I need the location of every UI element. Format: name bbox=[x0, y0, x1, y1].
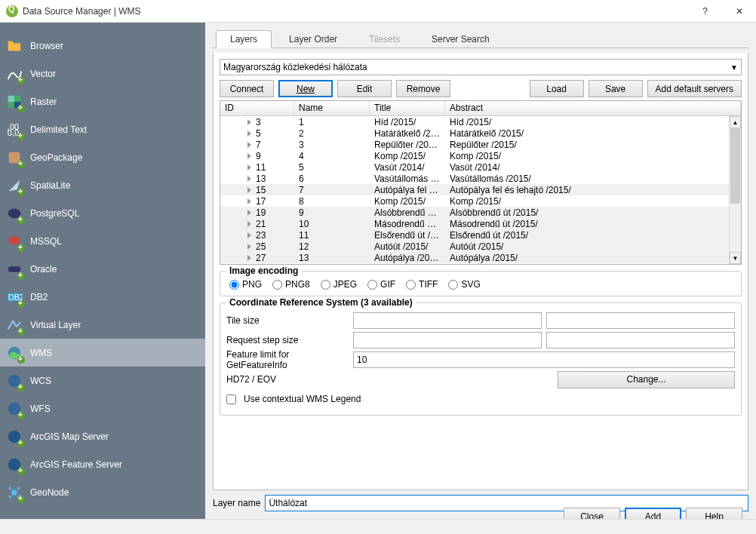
table-row[interactable]: 2512Autóút /2015/Autóút /2015/ bbox=[220, 241, 741, 252]
table-row[interactable]: 2311Elsőrendű út /20…Elsőrendű út /2015/ bbox=[220, 229, 741, 241]
expand-icon[interactable] bbox=[247, 164, 251, 170]
scroll-up-icon[interactable]: ▲ bbox=[730, 116, 741, 128]
sidebar-item-label: GeoNode bbox=[30, 487, 69, 498]
gpkg-icon bbox=[6, 149, 23, 166]
help-button[interactable]: ? bbox=[688, 0, 722, 23]
table-row[interactable]: 157Autópálya fel és l…Autópálya fel és l… bbox=[220, 184, 741, 195]
expand-icon[interactable] bbox=[247, 198, 251, 204]
sidebar-item-wms[interactable]: WMS bbox=[0, 339, 205, 367]
wcs-icon bbox=[6, 373, 23, 389]
afs-icon bbox=[6, 456, 23, 473]
folder-icon bbox=[6, 38, 23, 54]
sidebar-item-label: PostgreSQL bbox=[30, 208, 79, 219]
layers-table[interactable]: ID Name Title Abstract 31Híd /2015/Híd /… bbox=[220, 100, 742, 265]
scroll-thumb[interactable] bbox=[730, 128, 740, 204]
table-row[interactable]: 94Komp /2015/Komp /2015/ bbox=[220, 150, 741, 161]
change-crs-button[interactable]: Change... bbox=[558, 371, 735, 388]
sidebar-item-arcgis-map-server[interactable]: ArcGIS Map Server bbox=[0, 422, 205, 450]
encoding-radio-gif[interactable]: GIF bbox=[367, 279, 395, 290]
expand-icon[interactable] bbox=[247, 210, 251, 216]
col-name[interactable]: Name bbox=[294, 101, 370, 115]
sidebar-item-arcgis-feature-server[interactable]: ArcGIS Feature Server bbox=[0, 450, 205, 478]
sidebar-item-wcs[interactable]: WCS bbox=[0, 367, 205, 394]
col-id[interactable]: ID bbox=[220, 101, 294, 115]
expand-icon[interactable] bbox=[247, 221, 251, 227]
edit-button[interactable]: Edit bbox=[337, 80, 392, 97]
step-size-input-2[interactable] bbox=[546, 332, 735, 348]
sidebar-item-wfs[interactable]: WFS bbox=[0, 394, 205, 422]
table-row[interactable]: 178Komp /2015/Komp /2015/ bbox=[220, 195, 741, 207]
crs-group-title: Coordinate Reference System (3 available… bbox=[226, 297, 416, 308]
sidebar-item-mssql[interactable]: MSSQL bbox=[0, 227, 205, 255]
encoding-radio-jpeg[interactable]: JPEG bbox=[321, 279, 357, 290]
table-row[interactable]: 199Alsóbbrendű út /…Alsóbbrendű út /2015… bbox=[220, 207, 741, 218]
connect-button[interactable]: Connect bbox=[220, 80, 274, 97]
table-row[interactable]: 2713Autópálya /2015/Autópálya /2015/ bbox=[220, 252, 741, 263]
sidebar-item-label: Vector bbox=[30, 69, 56, 79]
table-row[interactable]: 115Vasút /2014/Vasút /2014/ bbox=[220, 161, 741, 173]
table-row[interactable]: 2914TelepülésnévTelepülésnév bbox=[220, 263, 741, 265]
sidebar-item-label: ArcGIS Feature Server bbox=[30, 459, 122, 470]
expand-icon[interactable] bbox=[247, 255, 251, 261]
svg-rect-1 bbox=[8, 95, 14, 101]
load-button[interactable]: Load bbox=[530, 80, 584, 97]
server-combo[interactable]: Magyarország közlekedési hálózata ▼ bbox=[220, 59, 742, 75]
sidebar-item-postgresql[interactable]: PostgreSQL bbox=[0, 199, 205, 227]
new-button[interactable]: New bbox=[278, 80, 333, 97]
expand-icon[interactable] bbox=[247, 187, 251, 193]
scroll-down-icon[interactable]: ▼ bbox=[730, 252, 741, 264]
ams-icon bbox=[6, 428, 23, 445]
expand-icon[interactable] bbox=[247, 130, 251, 137]
encoding-radio-tiff[interactable]: TIFF bbox=[406, 279, 438, 290]
tile-size-label: Tile size bbox=[226, 315, 349, 326]
step-size-label: Request step size bbox=[226, 335, 349, 345]
sidebar-item-geopackage[interactable]: GeoPackage bbox=[0, 143, 205, 171]
table-scrollbar[interactable]: ▲ ▼ bbox=[729, 116, 741, 264]
expand-icon[interactable] bbox=[247, 142, 251, 148]
add-default-servers-button[interactable]: Add default servers bbox=[647, 80, 742, 97]
tile-size-input-2[interactable] bbox=[546, 312, 735, 329]
close-window-button[interactable]: ✕ bbox=[722, 0, 756, 23]
sidebar-item-browser[interactable]: Browser bbox=[0, 32, 205, 60]
tab-server-search[interactable]: Server Search bbox=[417, 30, 504, 48]
table-row[interactable]: 73Repülőter /2015/Repülőter /2015/ bbox=[220, 139, 741, 150]
sidebar-item-delimited-text[interactable]: ,000,0Delimited Text bbox=[0, 115, 205, 143]
tab-layers[interactable]: Layers bbox=[216, 30, 272, 48]
sidebar-item-raster[interactable]: Raster bbox=[0, 87, 205, 115]
expand-icon[interactable] bbox=[247, 153, 251, 159]
sidebar-item-oracle[interactable]: Oracle bbox=[0, 255, 205, 283]
table-row[interactable]: 52Határátkelő /2015/Határátkelő /2015/ bbox=[220, 127, 741, 139]
tab-layer-order[interactable]: Layer Order bbox=[275, 30, 352, 48]
remove-button[interactable]: Remove bbox=[396, 80, 450, 97]
sidebar-item-virtual-layer[interactable]: Virtual Layer bbox=[0, 311, 205, 339]
sidebar-item-geonode[interactable]: GeoNode bbox=[0, 478, 205, 506]
feature-limit-input[interactable] bbox=[353, 351, 735, 368]
save-button[interactable]: Save bbox=[589, 80, 643, 97]
sidebar-item-label: MSSQL bbox=[30, 236, 62, 247]
table-row[interactable]: 2110Másodrendű út /…Másodrendű út /2015/ bbox=[220, 218, 741, 229]
col-abstract[interactable]: Abstract bbox=[445, 101, 741, 115]
table-row[interactable]: 31Híd /2015/Híd /2015/ bbox=[220, 116, 741, 127]
geonode-icon bbox=[6, 484, 23, 501]
sidebar-item-label: WMS bbox=[30, 348, 52, 358]
encoding-radio-png8[interactable]: PNG8 bbox=[272, 279, 310, 290]
sidebar-item-vector[interactable]: Vector bbox=[0, 60, 205, 87]
expand-icon[interactable] bbox=[247, 176, 251, 182]
encoding-radio-svg[interactable]: SVG bbox=[448, 279, 480, 290]
layer-name-label: Layer name bbox=[213, 498, 260, 508]
feature-limit-label: Feature limit for GetFeatureInfo bbox=[226, 349, 349, 370]
step-size-input-1[interactable] bbox=[353, 332, 542, 348]
sidebar-item-label: SpatiaLite bbox=[30, 180, 70, 191]
col-title[interactable]: Title bbox=[370, 101, 445, 115]
expand-icon[interactable] bbox=[247, 232, 251, 238]
sidebar-item-spatialite[interactable]: SpatiaLite bbox=[0, 171, 205, 199]
expand-icon[interactable] bbox=[247, 244, 251, 250]
server-combo-value: Magyarország közlekedési hálózata bbox=[223, 62, 367, 72]
db2-icon: DB2 bbox=[6, 289, 23, 305]
expand-icon[interactable] bbox=[247, 119, 251, 125]
tile-size-input-1[interactable] bbox=[353, 312, 542, 329]
encoding-radio-png[interactable]: PNG bbox=[229, 279, 262, 290]
contextual-legend-checkbox[interactable] bbox=[226, 394, 236, 404]
table-row[interactable]: 136Vasútállomás /20…Vasútállomás /2015/ bbox=[220, 173, 741, 184]
sidebar-item-db2[interactable]: DB2DB2 bbox=[0, 283, 205, 311]
